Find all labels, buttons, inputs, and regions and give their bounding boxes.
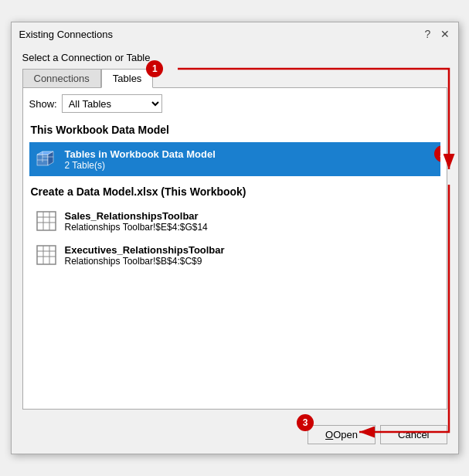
list-item-subtitle-executives: Relationships Toolbar!$B$4:$C$9 (65, 256, 225, 267)
select-label: Select a Connection or Table (22, 52, 447, 63)
title-bar: Existing Connections ? ✕ (12, 22, 458, 44)
section-header-workbook: This Workbook Data Model (29, 121, 440, 139)
dialog-footer: 3 OOpen Cancel (12, 417, 458, 454)
close-button[interactable]: ✕ (438, 27, 452, 41)
open-label: OOpen (325, 429, 358, 440)
help-button[interactable]: ? (421, 27, 435, 41)
tab-content: Show: All Tables This Workbook Data Mode… (22, 87, 447, 410)
annotation-1: 1 (146, 60, 163, 77)
tab-connections[interactable]: Connections (22, 69, 101, 88)
cancel-button[interactable]: Cancel (380, 425, 447, 444)
section-header-create: Create a Data Model.xlsx (This Workbook) (29, 182, 440, 201)
list-item-title-executives: Executives_RelationshipsToolbar (65, 244, 225, 256)
open-button[interactable]: OOpen (308, 425, 376, 444)
dialog-title: Existing Connections (19, 29, 113, 40)
list-item-text-executives: Executives_RelationshipsToolbar Relation… (65, 244, 225, 267)
annotation-3: 3 (297, 414, 314, 431)
list-item-tables-in-workbook[interactable]: Tables in Workbook Data Model 2 Table(s) (29, 142, 440, 176)
tab-bar: Connections Tables 1 (22, 68, 447, 87)
svg-rect-6 (37, 212, 56, 230)
svg-rect-11 (37, 246, 56, 264)
list-item-text-tables-in-workbook: Tables in Workbook Data Model 2 Table(s) (65, 148, 216, 171)
tab-tables[interactable]: Tables 1 (101, 69, 154, 88)
dialog-body: Select a Connection or Table Connections… (12, 44, 458, 417)
table-icon-executives (34, 243, 59, 267)
cube-icon (34, 147, 59, 172)
list-area: This Workbook Data Model (29, 121, 440, 403)
existing-connections-dialog: Existing Connections ? ✕ Select a Connec… (11, 22, 459, 454)
list-item-title-sales: Sales_RelationshipsToolbar (65, 210, 208, 222)
list-item-title-tables-in-workbook: Tables in Workbook Data Model (65, 148, 216, 160)
tab-connections-label: Connections (34, 73, 90, 84)
table-icon-sales (34, 209, 59, 233)
show-row: Show: All Tables (29, 94, 440, 113)
tab-tables-label: Tables (113, 73, 142, 84)
list-item-executives[interactable]: Executives_RelationshipsToolbar Relation… (29, 238, 440, 272)
list-item-sales[interactable]: Sales_RelationshipsToolbar Relationships… (29, 204, 440, 238)
title-bar-controls: ? ✕ (421, 27, 452, 41)
show-select[interactable]: All Tables (62, 94, 162, 113)
show-label: Show: (29, 98, 57, 110)
list-item-subtitle-tables-in-workbook: 2 Table(s) (65, 160, 216, 171)
list-item-text-sales: Sales_RelationshipsToolbar Relationships… (65, 210, 208, 233)
list-item-subtitle-sales: Relationships Toolbar!$E$4:$G$14 (65, 222, 208, 233)
